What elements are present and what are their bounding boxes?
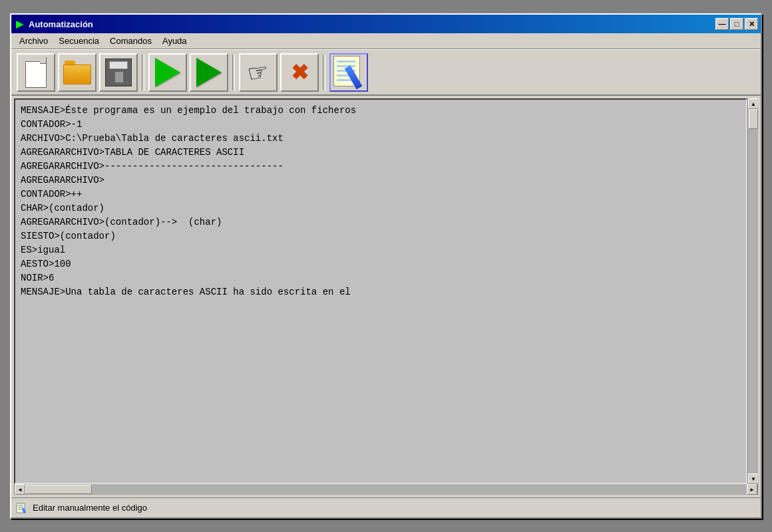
status-edit-icon — [15, 501, 29, 515]
scroll-thumb-horizontal[interactable] — [25, 485, 92, 494]
menu-secuencia[interactable]: Secuencia — [53, 35, 104, 47]
main-window: ▶ Automatización — □ ✕ Archivo Secuencia… — [10, 13, 762, 519]
status-text: Editar manualmente el código — [33, 503, 147, 513]
scroll-right-button[interactable]: ► — [747, 484, 757, 495]
run-fast-button[interactable] — [190, 53, 228, 92]
status-bar: Editar manualmente el código — [11, 497, 761, 517]
separator-2 — [232, 55, 235, 90]
save-button[interactable] — [99, 53, 138, 92]
new-button[interactable] — [17, 53, 55, 92]
title-bar-left: ▶ Automatización — [14, 19, 93, 29]
hand-icon: ☞ — [246, 57, 272, 88]
run-button[interactable] — [148, 53, 187, 92]
stop-icon: ✖ — [291, 60, 309, 85]
text-and-vscroll: MENSAJE>Éste programa es un ejemplo del … — [14, 98, 758, 484]
scroll-down-button[interactable]: ▼ — [748, 473, 758, 484]
scroll-thumb-vertical[interactable] — [749, 109, 758, 129]
folder-icon — [63, 61, 91, 84]
title-bar: ▶ Automatización — □ ✕ — [11, 15, 761, 33]
menu-bar: Archivo Secuencia Comandos Ayuda — [11, 33, 761, 49]
menu-ayuda[interactable]: Ayuda — [157, 35, 192, 47]
scroll-left-button[interactable]: ◄ — [15, 484, 25, 495]
stop-button[interactable]: ✖ — [280, 53, 319, 92]
text-display-wrapper: MENSAJE>Éste programa es un ejemplo del … — [14, 98, 758, 495]
minimize-button[interactable]: — — [715, 18, 729, 30]
horizontal-scrollbar[interactable]: ◄ ► — [14, 484, 758, 495]
window-title: Automatización — [29, 19, 93, 29]
editor-button[interactable] — [329, 53, 368, 92]
maximize-button[interactable]: □ — [730, 18, 743, 30]
window-controls: — □ ✕ — [715, 18, 758, 30]
scroll-up-button[interactable]: ▲ — [748, 98, 758, 109]
floppy-icon — [105, 59, 132, 86]
separator-3 — [323, 55, 325, 90]
close-button[interactable]: ✕ — [745, 18, 758, 30]
separator-1 — [142, 55, 144, 90]
scroll-track-vertical[interactable] — [748, 109, 758, 473]
cursor-button[interactable]: ☞ — [239, 53, 278, 92]
bottom-area: ◄ ► — [14, 484, 758, 495]
notepad-icon — [333, 56, 364, 89]
toolbar: ☞ ✖ — [11, 49, 761, 96]
menu-comandos[interactable]: Comandos — [104, 35, 157, 47]
text-display: MENSAJE>Éste programa es un ejemplo del … — [14, 98, 747, 484]
content-area: MENSAJE>Éste programa es un ejemplo del … — [11, 96, 761, 497]
scroll-track-horizontal[interactable] — [25, 484, 747, 495]
app-icon: ▶ — [14, 19, 25, 29]
play-fast-icon — [196, 58, 222, 87]
menu-archivo[interactable]: Archivo — [14, 35, 53, 47]
open-button[interactable] — [58, 53, 96, 92]
play-icon — [155, 58, 180, 87]
vertical-scrollbar[interactable]: ▲ ▼ — [747, 98, 758, 484]
new-file-icon — [23, 57, 49, 88]
code-output: MENSAJE>Éste programa es un ejemplo del … — [15, 100, 746, 483]
